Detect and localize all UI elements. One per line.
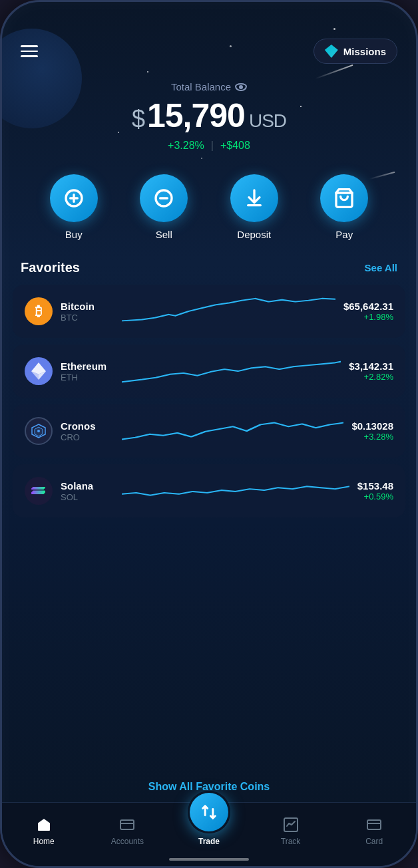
diamond-icon bbox=[325, 45, 338, 58]
buy-button[interactable] bbox=[50, 174, 98, 222]
coin-price-solana: $153.48 +0.59% bbox=[357, 480, 393, 502]
balance-label: Total Balance bbox=[21, 81, 397, 92]
nav-card-label: Card bbox=[365, 837, 383, 846]
coin-name-ethereum: Ethereum bbox=[61, 360, 114, 373]
cro-price-value: $0.13028 bbox=[351, 420, 393, 432]
eye-icon[interactable] bbox=[235, 83, 247, 91]
change-percent: +3.28% bbox=[168, 140, 204, 152]
nav-home-label: Home bbox=[33, 837, 55, 846]
nav-trade-label: Trade bbox=[198, 837, 220, 846]
sol-icon bbox=[25, 477, 53, 505]
cro-icon bbox=[25, 417, 53, 445]
coin-chart-bitcoin bbox=[122, 295, 335, 327]
missions-button[interactable]: Missions bbox=[314, 39, 397, 64]
nav-home[interactable]: Home bbox=[21, 811, 67, 846]
menu-button[interactable] bbox=[21, 45, 38, 57]
sell-label: Sell bbox=[156, 229, 172, 240]
nav-trade[interactable]: Trade bbox=[188, 791, 230, 846]
coin-chart-solana bbox=[122, 475, 349, 507]
sol-price-change: +0.59% bbox=[357, 492, 393, 502]
coin-info-ethereum: Ethereum ETH bbox=[61, 360, 114, 383]
eth-icon bbox=[25, 357, 53, 385]
download-icon bbox=[244, 188, 265, 209]
coin-symbol-cronos: CRO bbox=[61, 432, 114, 442]
svg-rect-9 bbox=[120, 820, 134, 829]
home-indicator bbox=[169, 858, 249, 861]
svg-point-8 bbox=[37, 430, 40, 432]
sell-action[interactable]: Sell bbox=[140, 174, 188, 240]
balance-section: Total Balance $15,790USD +3.28% | +$408 bbox=[2, 74, 416, 168]
action-buttons: Buy Sell Deposit bbox=[2, 168, 416, 260]
trade-button[interactable] bbox=[188, 791, 230, 833]
pay-action[interactable]: Pay bbox=[320, 174, 368, 240]
change-divider: | bbox=[211, 140, 214, 152]
coin-symbol-solana: SOL bbox=[61, 492, 114, 502]
phone-frame: Missions Total Balance $15,790USD +3.28%… bbox=[0, 0, 418, 868]
header: Missions bbox=[2, 2, 416, 74]
coin-price-cronos: $0.13028 +3.28% bbox=[351, 420, 393, 442]
minus-circle-icon bbox=[153, 188, 174, 209]
coin-price-ethereum: $3,142.31 +2.82% bbox=[349, 361, 393, 382]
coin-item-bitcoin[interactable]: ₿ Bitcoin BTC $65,642.31 +1.98% bbox=[13, 285, 405, 338]
sol-price-value: $153.48 bbox=[357, 480, 393, 492]
favorites-header: Favorites See All bbox=[2, 260, 416, 285]
balance-number: 15,790 bbox=[147, 97, 245, 134]
coin-symbol-ethereum: ETH bbox=[61, 372, 114, 382]
btc-icon: ₿ bbox=[25, 297, 53, 325]
change-amount: +$408 bbox=[220, 140, 250, 152]
coin-name-solana: Solana bbox=[61, 480, 114, 493]
pay-button[interactable] bbox=[320, 174, 368, 222]
coin-chart-ethereum bbox=[122, 355, 341, 387]
coin-name-cronos: Cronos bbox=[61, 420, 114, 433]
coin-price-bitcoin: $65,642.31 +1.98% bbox=[343, 301, 393, 322]
trade-icon bbox=[200, 803, 218, 821]
coin-item-ethereum[interactable]: Ethereum ETH $3,142.31 +2.82% bbox=[13, 345, 405, 398]
bag-icon bbox=[333, 188, 355, 209]
coin-info-solana: Solana SOL bbox=[61, 480, 114, 503]
bottom-nav: Home Accounts Trade bbox=[2, 802, 416, 866]
cro-price-change: +3.28% bbox=[351, 432, 393, 442]
eth-price-change: +2.82% bbox=[349, 372, 393, 382]
deposit-button[interactable] bbox=[230, 174, 278, 222]
coin-info-bitcoin: Bitcoin BTC bbox=[61, 300, 114, 323]
deposit-action[interactable]: Deposit bbox=[230, 174, 278, 240]
coin-name-bitcoin: Bitcoin bbox=[61, 300, 114, 313]
nav-card[interactable]: Card bbox=[351, 811, 397, 846]
accounts-icon bbox=[118, 816, 136, 833]
coin-list: ₿ Bitcoin BTC $65,642.31 +1.98% bbox=[2, 285, 416, 772]
balance-amount: $15,790USD bbox=[21, 98, 397, 134]
nav-accounts[interactable]: Accounts bbox=[104, 811, 150, 846]
currency-code: USD bbox=[249, 110, 286, 131]
card-icon bbox=[365, 816, 383, 833]
plus-circle-icon bbox=[63, 188, 85, 209]
eth-price-value: $3,142.31 bbox=[349, 361, 393, 372]
buy-action[interactable]: Buy bbox=[50, 174, 98, 240]
nav-accounts-label: Accounts bbox=[111, 837, 144, 846]
nav-track-label: Track bbox=[281, 837, 301, 846]
coin-info-cronos: Cronos CRO bbox=[61, 420, 114, 443]
sell-button[interactable] bbox=[140, 174, 188, 222]
currency-symbol: $ bbox=[132, 105, 144, 132]
btc-price-value: $65,642.31 bbox=[343, 301, 393, 312]
coin-symbol-bitcoin: BTC bbox=[61, 313, 114, 323]
coin-item-solana[interactable]: Solana SOL $153.48 +0.59% bbox=[13, 464, 405, 517]
favorites-title: Favorites bbox=[21, 260, 80, 275]
nav-track[interactable]: Track bbox=[268, 811, 314, 846]
deposit-label: Deposit bbox=[237, 229, 271, 240]
coin-item-cronos[interactable]: Cronos CRO $0.13028 +3.28% bbox=[13, 404, 405, 458]
buy-label: Buy bbox=[65, 229, 83, 240]
see-all-button[interactable]: See All bbox=[365, 262, 397, 273]
balance-change: +3.28% | +$408 bbox=[21, 140, 397, 152]
app-content: Missions Total Balance $15,790USD +3.28%… bbox=[2, 2, 416, 866]
pay-label: Pay bbox=[335, 229, 353, 240]
home-icon bbox=[35, 816, 53, 833]
btc-price-change: +1.98% bbox=[343, 312, 393, 322]
svg-rect-11 bbox=[367, 820, 381, 829]
coin-chart-cronos bbox=[122, 415, 343, 447]
track-icon bbox=[282, 816, 300, 833]
